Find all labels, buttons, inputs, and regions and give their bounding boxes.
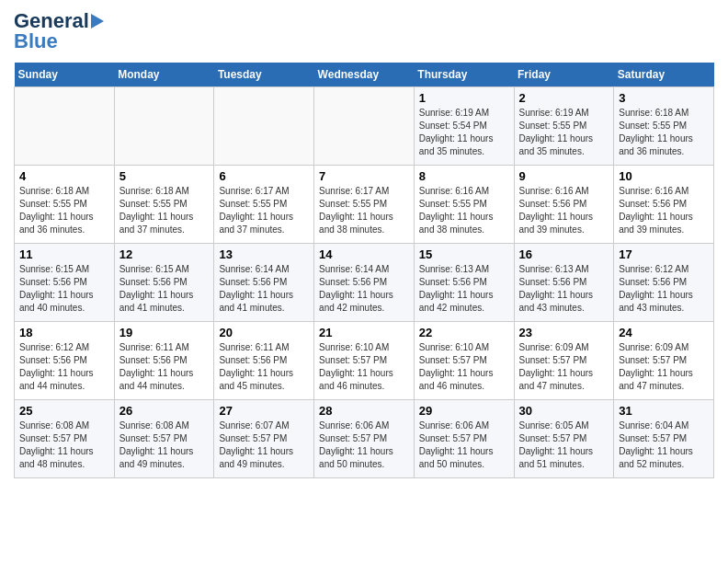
day-header-wednesday: Wednesday: [314, 63, 415, 87]
calendar-cell: 2Sunrise: 6:19 AM Sunset: 5:55 PM Daylig…: [514, 87, 614, 166]
day-number: 11: [19, 247, 109, 261]
calendar-cell: 14Sunrise: 6:14 AM Sunset: 5:56 PM Dayli…: [314, 244, 415, 322]
day-number: 15: [419, 247, 509, 261]
calendar-cell: 11Sunrise: 6:15 AM Sunset: 5:56 PM Dayli…: [15, 244, 115, 322]
day-header-sunday: Sunday: [15, 63, 115, 87]
day-info: Sunrise: 6:19 AM Sunset: 5:55 PM Dayligh…: [519, 107, 609, 158]
day-number: 3: [619, 91, 709, 105]
day-number: 19: [119, 326, 210, 339]
day-info: Sunrise: 6:05 AM Sunset: 5:57 PM Dayligh…: [519, 419, 609, 471]
day-number: 28: [319, 404, 409, 418]
calendar-cell: 20Sunrise: 6:11 AM Sunset: 5:56 PM Dayli…: [214, 322, 314, 400]
day-info: Sunrise: 6:09 AM Sunset: 5:57 PM Dayligh…: [519, 341, 609, 393]
days-header-row: SundayMondayTuesdayWednesdayThursdayFrid…: [15, 63, 714, 87]
day-info: Sunrise: 6:16 AM Sunset: 5:56 PM Dayligh…: [519, 185, 609, 236]
day-number: 27: [219, 404, 309, 418]
day-number: 7: [319, 169, 409, 183]
day-info: Sunrise: 6:17 AM Sunset: 5:55 PM Dayligh…: [319, 185, 409, 236]
day-number: 4: [19, 169, 109, 183]
calendar-cell: 16Sunrise: 6:13 AM Sunset: 5:56 PM Dayli…: [514, 244, 614, 322]
day-number: 18: [19, 326, 109, 339]
calendar-cell: 30Sunrise: 6:05 AM Sunset: 5:57 PM Dayli…: [514, 400, 614, 478]
week-row-3: 11Sunrise: 6:15 AM Sunset: 5:56 PM Dayli…: [15, 244, 714, 322]
day-info: Sunrise: 6:13 AM Sunset: 5:56 PM Dayligh…: [519, 263, 609, 315]
day-number: 26: [119, 404, 210, 418]
calendar-cell: 22Sunrise: 6:10 AM Sunset: 5:57 PM Dayli…: [414, 322, 514, 400]
day-info: Sunrise: 6:12 AM Sunset: 5:56 PM Dayligh…: [19, 341, 109, 393]
calendar-cell: [114, 87, 214, 166]
day-info: Sunrise: 6:19 AM Sunset: 5:54 PM Dayligh…: [419, 107, 509, 158]
day-info: Sunrise: 6:17 AM Sunset: 5:55 PM Dayligh…: [219, 185, 309, 236]
calendar-cell: 10Sunrise: 6:16 AM Sunset: 5:56 PM Dayli…: [614, 166, 714, 244]
calendar-cell: 27Sunrise: 6:07 AM Sunset: 5:57 PM Dayli…: [214, 400, 314, 478]
day-info: Sunrise: 6:04 AM Sunset: 5:57 PM Dayligh…: [619, 419, 709, 471]
day-info: Sunrise: 6:15 AM Sunset: 5:56 PM Dayligh…: [119, 263, 210, 315]
day-info: Sunrise: 6:15 AM Sunset: 5:56 PM Dayligh…: [19, 263, 109, 315]
day-number: 12: [119, 247, 210, 261]
calendar-cell: 29Sunrise: 6:06 AM Sunset: 5:57 PM Dayli…: [414, 400, 514, 478]
day-info: Sunrise: 6:08 AM Sunset: 5:57 PM Dayligh…: [19, 419, 109, 471]
day-number: 17: [619, 247, 709, 261]
day-number: 6: [219, 169, 309, 183]
calendar-table: SundayMondayTuesdayWednesdayThursdayFrid…: [14, 63, 714, 478]
day-info: Sunrise: 6:18 AM Sunset: 5:55 PM Dayligh…: [619, 107, 709, 158]
day-header-friday: Friday: [514, 63, 614, 87]
day-header-saturday: Saturday: [614, 63, 714, 87]
day-number: 2: [519, 91, 609, 105]
calendar-cell: 3Sunrise: 6:18 AM Sunset: 5:55 PM Daylig…: [614, 87, 714, 166]
day-number: 24: [619, 326, 709, 339]
calendar-cell: 4Sunrise: 6:18 AM Sunset: 5:55 PM Daylig…: [15, 166, 115, 244]
day-header-thursday: Thursday: [414, 63, 514, 87]
calendar-cell: 31Sunrise: 6:04 AM Sunset: 5:57 PM Dayli…: [614, 400, 714, 478]
day-info: Sunrise: 6:09 AM Sunset: 5:57 PM Dayligh…: [619, 341, 709, 393]
calendar-cell: 28Sunrise: 6:06 AM Sunset: 5:57 PM Dayli…: [314, 400, 415, 478]
calendar-cell: 23Sunrise: 6:09 AM Sunset: 5:57 PM Dayli…: [514, 322, 614, 400]
calendar-cell: 5Sunrise: 6:18 AM Sunset: 5:55 PM Daylig…: [114, 166, 214, 244]
calendar-cell: 1Sunrise: 6:19 AM Sunset: 5:54 PM Daylig…: [414, 87, 514, 166]
calendar-cell: 26Sunrise: 6:08 AM Sunset: 5:57 PM Dayli…: [114, 400, 214, 478]
calendar-cell: 6Sunrise: 6:17 AM Sunset: 5:55 PM Daylig…: [214, 166, 314, 244]
day-info: Sunrise: 6:11 AM Sunset: 5:56 PM Dayligh…: [119, 341, 210, 393]
logo: General Blue: [14, 9, 104, 53]
day-number: 23: [519, 326, 609, 339]
day-info: Sunrise: 6:16 AM Sunset: 5:55 PM Dayligh…: [419, 185, 509, 236]
day-number: 29: [419, 404, 509, 418]
week-row-1: 1Sunrise: 6:19 AM Sunset: 5:54 PM Daylig…: [15, 87, 714, 166]
day-header-monday: Monday: [114, 63, 214, 87]
day-info: Sunrise: 6:06 AM Sunset: 5:57 PM Dayligh…: [319, 419, 409, 471]
calendar-cell: 21Sunrise: 6:10 AM Sunset: 5:57 PM Dayli…: [314, 322, 415, 400]
day-number: 25: [19, 404, 109, 418]
day-number: 21: [319, 326, 409, 339]
day-info: Sunrise: 6:18 AM Sunset: 5:55 PM Dayligh…: [19, 185, 109, 236]
day-info: Sunrise: 6:06 AM Sunset: 5:57 PM Dayligh…: [419, 419, 509, 471]
week-row-2: 4Sunrise: 6:18 AM Sunset: 5:55 PM Daylig…: [15, 166, 714, 244]
calendar-header: General Blue: [14, 9, 714, 53]
day-number: 22: [419, 326, 509, 339]
day-info: Sunrise: 6:10 AM Sunset: 5:57 PM Dayligh…: [419, 341, 509, 393]
day-number: 8: [419, 169, 509, 183]
day-number: 5: [119, 169, 210, 183]
day-number: 20: [219, 326, 309, 339]
calendar-cell: 15Sunrise: 6:13 AM Sunset: 5:56 PM Dayli…: [414, 244, 514, 322]
day-number: 16: [519, 247, 609, 261]
calendar-cell: 9Sunrise: 6:16 AM Sunset: 5:56 PM Daylig…: [514, 166, 614, 244]
calendar-cell: 18Sunrise: 6:12 AM Sunset: 5:56 PM Dayli…: [15, 322, 115, 400]
day-number: 31: [619, 404, 709, 418]
day-info: Sunrise: 6:13 AM Sunset: 5:56 PM Dayligh…: [419, 263, 509, 315]
day-number: 13: [219, 247, 309, 261]
day-number: 9: [519, 169, 609, 183]
day-number: 1: [419, 91, 509, 105]
calendar-cell: [314, 87, 415, 166]
logo-blue: Blue: [14, 29, 58, 53]
day-info: Sunrise: 6:10 AM Sunset: 5:57 PM Dayligh…: [319, 341, 409, 393]
day-number: 14: [319, 247, 409, 261]
calendar-cell: [15, 87, 115, 166]
day-info: Sunrise: 6:07 AM Sunset: 5:57 PM Dayligh…: [219, 419, 309, 471]
calendar-cell: 24Sunrise: 6:09 AM Sunset: 5:57 PM Dayli…: [614, 322, 714, 400]
day-info: Sunrise: 6:12 AM Sunset: 5:56 PM Dayligh…: [619, 263, 709, 315]
calendar-cell: 17Sunrise: 6:12 AM Sunset: 5:56 PM Dayli…: [614, 244, 714, 322]
week-row-4: 18Sunrise: 6:12 AM Sunset: 5:56 PM Dayli…: [15, 322, 714, 400]
week-row-5: 25Sunrise: 6:08 AM Sunset: 5:57 PM Dayli…: [15, 400, 714, 478]
day-info: Sunrise: 6:18 AM Sunset: 5:55 PM Dayligh…: [119, 185, 210, 236]
calendar-cell: 8Sunrise: 6:16 AM Sunset: 5:55 PM Daylig…: [414, 166, 514, 244]
